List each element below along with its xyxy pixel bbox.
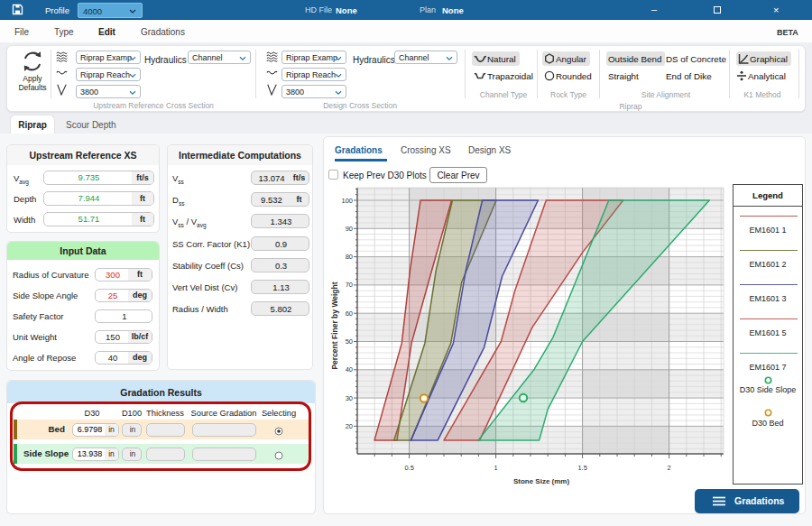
- svg-text:40: 40: [346, 365, 353, 374]
- svg-text:1: 1: [494, 464, 498, 472]
- svg-text:80: 80: [346, 253, 353, 261]
- svg-text:2: 2: [668, 464, 671, 472]
- svg-text:0.5: 0.5: [404, 464, 413, 472]
- svg-text:50: 50: [346, 337, 353, 346]
- svg-text:20: 20: [346, 422, 353, 430]
- svg-text:30: 30: [346, 394, 353, 402]
- svg-text:Percent Finer by Weight: Percent Finer by Weight: [330, 281, 339, 369]
- svg-text:1.5: 1.5: [577, 464, 586, 472]
- svg-text:70: 70: [346, 281, 353, 289]
- svg-text:100: 100: [341, 197, 353, 205]
- svg-text:90: 90: [346, 225, 353, 233]
- svg-text:60: 60: [346, 309, 353, 318]
- svg-text:Stone Size (mm): Stone Size (mm): [513, 477, 570, 485]
